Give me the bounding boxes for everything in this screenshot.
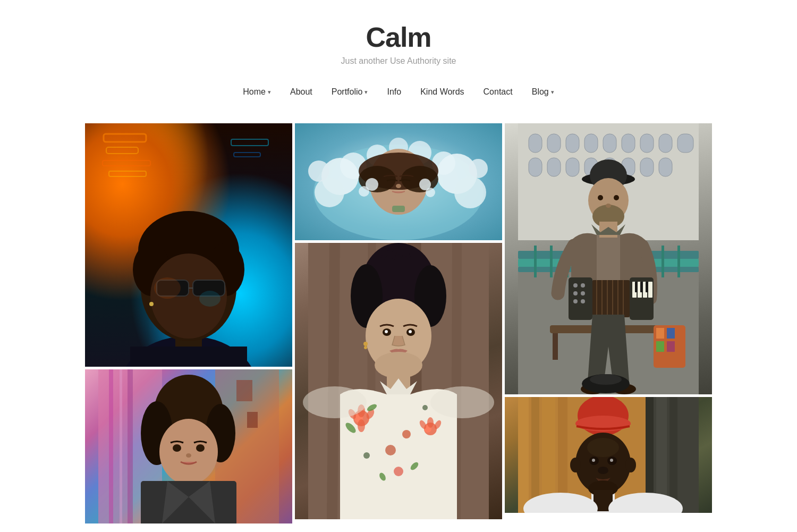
svg-rect-171 (667, 328, 675, 339)
list-item[interactable] (85, 369, 292, 523)
list-item[interactable] (505, 123, 712, 394)
svg-point-31 (159, 419, 218, 485)
svg-rect-110 (547, 158, 561, 176)
nav-item-home[interactable]: Home ▾ (243, 87, 271, 97)
svg-rect-17 (109, 171, 146, 176)
svg-point-88 (427, 417, 434, 428)
svg-rect-116 (659, 158, 672, 176)
svg-rect-19 (234, 153, 260, 157)
svg-rect-119 (553, 333, 558, 360)
svg-point-148 (573, 299, 578, 303)
svg-rect-53 (392, 206, 405, 212)
svg-point-33 (196, 444, 205, 452)
list-item[interactable] (505, 397, 712, 513)
svg-point-32 (173, 444, 181, 452)
main-nav: Home ▾ About Portfolio ▾ Info Kind Words… (0, 77, 797, 113)
svg-rect-14 (104, 134, 146, 142)
svg-point-38 (315, 178, 344, 207)
svg-point-55 (359, 186, 369, 197)
svg-rect-26 (236, 380, 252, 401)
svg-rect-175 (518, 397, 529, 513)
chevron-down-icon: ▾ (551, 89, 554, 96)
photo-woman-bath (295, 123, 502, 240)
svg-point-97 (430, 386, 494, 418)
photo-gallery (80, 123, 717, 523)
svg-point-81 (358, 419, 365, 432)
svg-rect-75 (387, 394, 410, 519)
gallery-column-3 (505, 123, 712, 523)
chevron-down-icon: ▾ (364, 89, 368, 96)
chevron-down-icon: ▾ (268, 89, 271, 96)
nav-item-portfolio[interactable]: Portfolio ▾ (332, 87, 368, 97)
photo-man-floral (295, 243, 502, 519)
svg-point-89 (385, 445, 396, 455)
svg-rect-162 (635, 282, 638, 292)
nav-label-portfolio: Portfolio (332, 87, 363, 97)
nav-item-contact[interactable]: Contact (484, 87, 513, 97)
list-item[interactable] (85, 123, 292, 367)
svg-rect-101 (547, 134, 561, 153)
svg-rect-150 (592, 280, 630, 317)
list-item[interactable] (295, 123, 502, 240)
svg-rect-107 (659, 134, 672, 153)
svg-point-194 (610, 459, 613, 462)
nav-label-kind-words: Kind Words (420, 87, 464, 97)
nav-item-kind-words[interactable]: Kind Words (420, 87, 464, 97)
svg-point-140 (606, 204, 611, 208)
svg-point-96 (303, 386, 367, 418)
svg-point-190 (587, 438, 619, 457)
svg-rect-133 (677, 246, 680, 277)
svg-rect-170 (656, 328, 664, 339)
svg-point-147 (581, 291, 585, 295)
svg-point-52 (396, 184, 401, 188)
nav-item-about[interactable]: About (290, 87, 312, 97)
svg-point-90 (402, 430, 411, 438)
svg-rect-172 (656, 341, 664, 352)
svg-rect-173 (667, 341, 675, 352)
svg-rect-163 (640, 282, 643, 292)
svg-point-72 (363, 342, 368, 346)
svg-rect-23 (120, 369, 122, 523)
svg-rect-132 (662, 246, 664, 277)
photo-girl-colorful (85, 369, 292, 523)
nav-label-contact: Contact (484, 87, 513, 97)
svg-rect-115 (640, 158, 654, 176)
svg-point-40 (308, 161, 329, 182)
svg-point-44 (469, 159, 488, 178)
gallery-column-2 (295, 123, 502, 523)
svg-rect-35 (141, 481, 236, 523)
svg-point-145 (581, 283, 585, 288)
nav-item-blog[interactable]: Blog ▾ (532, 87, 554, 97)
svg-rect-125 (550, 246, 553, 277)
svg-rect-24 (128, 369, 133, 523)
nav-item-info[interactable]: Info (387, 87, 401, 97)
svg-rect-108 (677, 134, 693, 153)
svg-point-42 (454, 176, 486, 208)
svg-rect-183 (680, 397, 691, 513)
list-item[interactable] (295, 243, 502, 519)
svg-point-93 (394, 467, 403, 476)
photo-man-red-hat (505, 397, 712, 513)
svg-point-73 (364, 346, 367, 349)
svg-rect-105 (622, 134, 635, 153)
site-tagline: Just another Use Authority site (11, 56, 786, 66)
nav-label-home: Home (243, 87, 266, 97)
svg-point-195 (598, 467, 608, 474)
svg-rect-22 (109, 369, 113, 523)
photo-man-accordion (505, 123, 712, 394)
svg-rect-124 (534, 246, 537, 277)
svg-point-144 (573, 283, 578, 288)
svg-rect-103 (584, 134, 598, 153)
svg-point-34 (186, 453, 191, 458)
svg-rect-143 (569, 277, 592, 320)
svg-rect-102 (566, 134, 579, 153)
svg-point-69 (385, 330, 388, 333)
nav-label-info: Info (387, 87, 401, 97)
svg-point-94 (363, 452, 370, 459)
nav-label-about: About (290, 87, 312, 97)
svg-point-95 (422, 405, 428, 410)
svg-point-189 (625, 458, 636, 472)
svg-rect-111 (566, 158, 579, 176)
svg-rect-164 (646, 282, 648, 292)
svg-rect-176 (531, 397, 539, 513)
